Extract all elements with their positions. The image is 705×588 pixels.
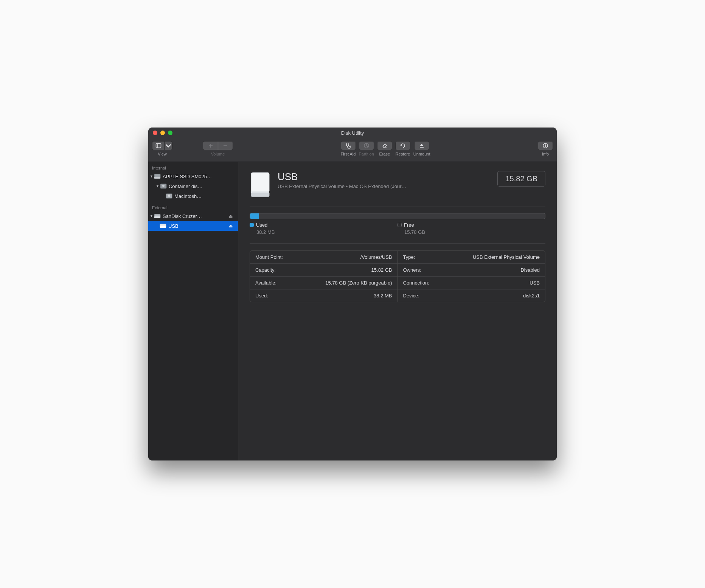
sidebar-item-label: Container dis…	[169, 184, 235, 189]
disclosure-triangle-icon[interactable]: ▼	[150, 174, 153, 178]
eject-button[interactable]: ⏏	[229, 224, 235, 229]
toolbar: View Volume	[148, 138, 557, 162]
details-table: Mount Point:/Volumes/USB Capacity:15.82 …	[250, 250, 545, 302]
erase-icon	[382, 143, 388, 149]
detail-key: Available:	[255, 280, 276, 286]
sidebar-item-container[interactable]: ▼ Container dis…	[148, 181, 238, 191]
detail-row: Type:USB External Physical Volume	[398, 251, 545, 264]
traffic-lights	[148, 131, 172, 135]
detail-value: 15.78 GB (Zero KB purgeable)	[325, 280, 392, 286]
detail-value: USB External Physical Volume	[473, 254, 540, 260]
svg-point-15	[162, 185, 165, 187]
detail-value: 15.82 GB	[371, 267, 392, 273]
details-col-right: Type:USB External Physical Volume Owners…	[398, 251, 545, 302]
disclosure-triangle-icon[interactable]: ▼	[150, 214, 153, 218]
toolbar-center-cluster: First Aid Partition Erase	[341, 141, 430, 156]
restore-icon	[400, 143, 406, 149]
detail-value: disk2s1	[523, 293, 540, 299]
details-col-left: Mount Point:/Volumes/USB Capacity:15.82 …	[250, 251, 398, 302]
disclosure-triangle-icon[interactable]: ▼	[156, 184, 159, 188]
detail-value: /Volumes/USB	[360, 254, 392, 260]
svg-rect-19	[154, 216, 160, 218]
internal-disk-icon	[154, 174, 161, 179]
detail-row: Mount Point:/Volumes/USB	[250, 251, 398, 264]
erase-label: Erase	[379, 152, 390, 156]
partition-label: Partition	[359, 152, 374, 156]
first-aid-button[interactable]	[341, 141, 356, 150]
stethoscope-icon	[345, 143, 351, 149]
erase-button[interactable]	[377, 141, 392, 150]
detail-key: Device:	[403, 293, 419, 299]
detail-value: USB	[530, 280, 540, 286]
used-label: Used	[256, 222, 267, 228]
sidebar-section-internal: Internal	[148, 164, 238, 171]
sidebar-item-apple-ssd[interactable]: ▼ APPLE SSD SM025…	[148, 171, 238, 181]
sidebar-item-usb[interactable]: USB ⏏	[148, 221, 238, 231]
detail-key: Owners:	[403, 267, 421, 273]
restore-label: Restore	[396, 152, 410, 156]
detail-key: Connection:	[403, 280, 429, 286]
view-group: View	[152, 141, 172, 156]
volume-header: USB USB External Physical Volume • Mac O…	[250, 171, 545, 198]
free-value: 15.78 GB	[398, 229, 545, 235]
detail-row: Used:38.2 MB	[250, 289, 398, 302]
svg-rect-0	[156, 144, 161, 148]
sidebar-item-macintosh-hd[interactable]: Macintosh…	[148, 191, 238, 201]
eject-button[interactable]: ⏏	[229, 214, 235, 219]
sidebar-item-label: APPLE SSD SM025…	[163, 174, 235, 179]
detail-value: 38.2 MB	[374, 293, 392, 299]
info-icon	[542, 143, 548, 149]
sidebar-item-label: Macintosh…	[174, 193, 235, 199]
svg-point-17	[168, 194, 170, 197]
volume-icon	[166, 193, 172, 199]
usage-fill-used	[250, 213, 259, 219]
sidebar-item-label: SanDisk Cruzer…	[163, 213, 229, 219]
close-button[interactable]	[153, 131, 157, 135]
svg-point-5	[349, 146, 351, 147]
sidebar-toggle-button[interactable]	[152, 141, 164, 150]
detail-key: Capacity:	[255, 267, 276, 273]
svg-rect-24	[251, 191, 269, 193]
swatch-used	[250, 223, 254, 227]
zoom-button[interactable]	[168, 131, 172, 135]
sidebar-icon	[155, 143, 161, 149]
titlebar-area: Disk Utility View	[148, 128, 557, 162]
minus-icon	[222, 143, 228, 149]
first-aid-label: First Aid	[341, 152, 356, 156]
sidebar-item-sandisk[interactable]: ▼ SanDisk Cruzer… ⏏	[148, 211, 238, 221]
free-label: Free	[404, 222, 414, 228]
volume-large-icon	[250, 171, 271, 198]
detail-row: Connection:USB	[398, 277, 545, 289]
detail-key: Type:	[403, 254, 415, 260]
view-options-button[interactable]	[164, 141, 172, 150]
titlebar: Disk Utility	[148, 128, 557, 138]
detail-row: Owners:Disabled	[398, 264, 545, 277]
pie-icon	[363, 143, 370, 149]
svg-marker-7	[420, 144, 424, 146]
partition-button	[359, 141, 374, 150]
plus-icon	[208, 143, 214, 149]
detail-row: Available:15.78 GB (Zero KB purgeable)	[250, 277, 398, 289]
svg-rect-13	[154, 177, 160, 179]
minimize-button[interactable]	[160, 131, 165, 135]
detail-row: Capacity:15.82 GB	[250, 264, 398, 277]
info-label: Info	[542, 152, 549, 156]
divider	[250, 207, 545, 207]
sidebar: Internal ▼ APPLE SSD SM025… ▼ Container …	[148, 162, 238, 460]
usage-legend: Used 38.2 MB Free 15.78 GB	[250, 222, 545, 235]
detail-key: Used:	[255, 293, 268, 299]
container-icon	[160, 184, 167, 189]
window-title: Disk Utility	[148, 130, 557, 136]
volume-name: USB	[278, 171, 491, 183]
svg-rect-22	[251, 173, 269, 192]
restore-button[interactable]	[395, 141, 410, 150]
sidebar-item-label: USB	[168, 223, 229, 229]
svg-point-11	[545, 144, 546, 145]
external-volume-icon	[160, 223, 166, 229]
volume-group: Volume	[203, 141, 233, 156]
used-value: 38.2 MB	[250, 229, 398, 235]
remove-volume-button	[218, 141, 233, 150]
unmount-button[interactable]	[414, 141, 429, 150]
info-button[interactable]	[538, 141, 553, 150]
add-volume-button	[203, 141, 218, 150]
